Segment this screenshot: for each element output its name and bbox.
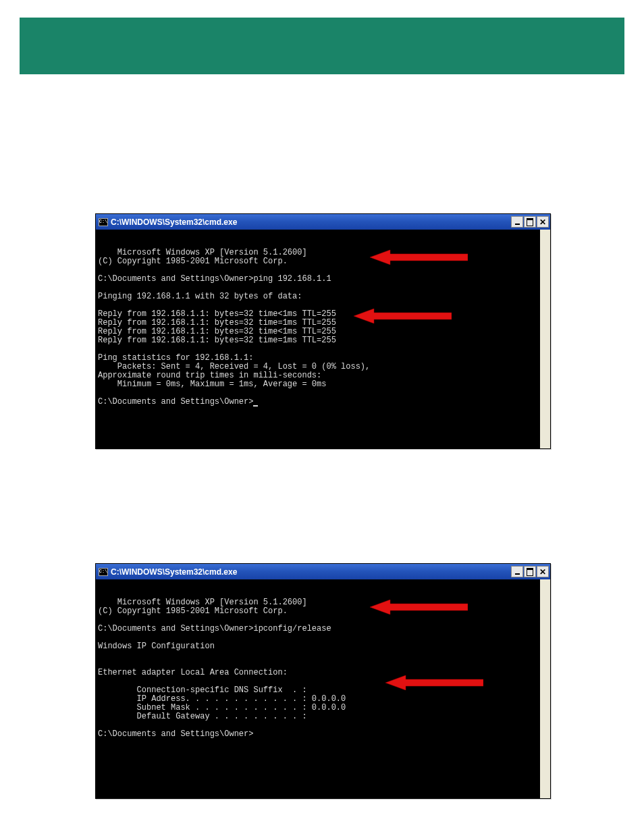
close-button[interactable]: ✕ xyxy=(537,566,549,577)
window-title: C:\WINDOWS\System32\cmd.exe xyxy=(111,567,511,577)
cursor xyxy=(253,405,258,407)
terminal-line: Windows IP Configuration xyxy=(98,642,215,651)
terminal-line: Default Gateway . . . . . . . . . : xyxy=(98,712,307,721)
close-button[interactable]: ✕ xyxy=(537,216,549,228)
terminal-output: ▲ ▼Microsoft Windows XP [Version 5.1.260… xyxy=(96,230,550,448)
minimize-button[interactable] xyxy=(511,216,523,228)
terminal-line: Pinging 192.168.1.1 with 32 bytes of dat… xyxy=(98,292,302,301)
document-header-bar xyxy=(20,18,624,74)
cmd-icon: C:\ xyxy=(99,568,108,576)
terminal-line: C:\Documents and Settings\Owner>ipconfig… xyxy=(98,624,331,633)
terminal-line: (C) Copyright 1985-2001 Microsoft Corp. xyxy=(98,606,288,616)
scroll-up-button[interactable]: ▲ xyxy=(540,579,550,590)
terminal-line: Subnet Mask . . . . . . . . . . . : 0.0.… xyxy=(98,703,346,712)
cmd-window-ipconfig: C:\ C:\WINDOWS\System32\cmd.exe ✕ ▲ ▼Mic… xyxy=(95,563,551,799)
terminal-line: IP Address. . . . . . . . . . . . : 0.0.… xyxy=(98,694,346,704)
terminal-line: C:\Documents and Settings\Owner>ping 192… xyxy=(98,274,331,284)
terminal-line: C:\Documents and Settings\Owner> xyxy=(98,397,253,407)
terminal-line: Approximate round trip times in milli-se… xyxy=(98,371,321,380)
terminal-output: ▲ ▼Microsoft Windows XP [Version 5.1.260… xyxy=(96,579,550,798)
terminal-line: Minimum = 0ms, Maximum = 1ms, Average = … xyxy=(98,380,326,389)
terminal-line: Ping statistics for 192.168.1.1: xyxy=(98,353,253,363)
maximize-button[interactable] xyxy=(524,566,536,577)
window-title: C:\WINDOWS\System32\cmd.exe xyxy=(111,217,511,227)
terminal-line: Packets: Sent = 4, Received = 4, Lost = … xyxy=(98,362,370,371)
titlebar[interactable]: C:\ C:\WINDOWS\System32\cmd.exe ✕ xyxy=(96,214,550,230)
minimize-button[interactable] xyxy=(511,566,523,577)
terminal-line: (C) Copyright 1985-2001 Microsoft Corp. xyxy=(98,257,288,266)
terminal-line: Connection-specific DNS Suffix . : xyxy=(98,685,307,695)
terminal-line: C:\Documents and Settings\Owner> xyxy=(98,729,253,739)
terminal-line: Microsoft Windows XP [Version 5.1.2600] xyxy=(117,598,307,607)
terminal-line: Reply from 192.168.1.1: bytes=32 time=1m… xyxy=(98,336,336,345)
scroll-up-button[interactable]: ▲ xyxy=(540,230,550,240)
terminal-line: Reply from 192.168.1.1: bytes=32 time=1m… xyxy=(98,318,336,328)
cmd-icon: C:\ xyxy=(99,218,108,226)
terminal-line: Ethernet adapter Local Area Connection: xyxy=(98,668,288,677)
window-controls: ✕ xyxy=(511,216,549,228)
cmd-window-ping: C:\ C:\WINDOWS\System32\cmd.exe ✕ ▲ ▼Mic… xyxy=(95,213,551,449)
scroll-down-button[interactable]: ▼ xyxy=(540,438,550,448)
terminal-line: Reply from 192.168.1.1: bytes=32 time<1m… xyxy=(98,327,336,336)
titlebar[interactable]: C:\ C:\WINDOWS\System32\cmd.exe ✕ xyxy=(96,564,550,579)
terminal-line: Reply from 192.168.1.1: bytes=32 time<1m… xyxy=(98,309,336,319)
window-controls: ✕ xyxy=(511,566,549,577)
maximize-button[interactable] xyxy=(524,216,536,228)
scroll-down-button[interactable]: ▼ xyxy=(540,788,550,798)
terminal-line: Microsoft Windows XP [Version 5.1.2600] xyxy=(117,248,307,257)
